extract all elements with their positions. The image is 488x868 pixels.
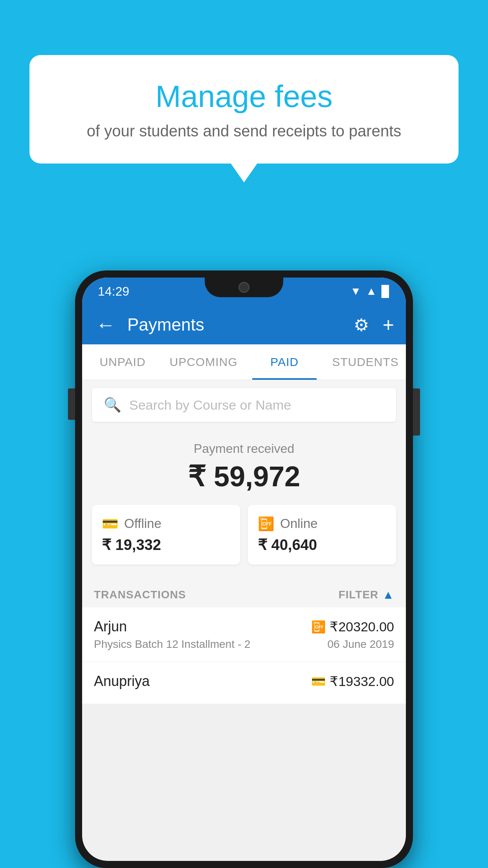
student-name-1: Arjun [94, 618, 127, 635]
transactions-label: TRANSACTIONS [94, 588, 186, 601]
search-icon: 🔍 [104, 397, 121, 413]
battery-icon: ▉ [382, 285, 390, 298]
notch-camera [238, 282, 250, 293]
app-title: Payments [127, 315, 344, 335]
tab-unpaid[interactable]: UNPAID [82, 344, 163, 380]
payment-total: ₹ 59,972 [92, 460, 396, 493]
add-button[interactable]: + [383, 313, 394, 336]
payment-label: Payment received [92, 441, 396, 456]
transaction-amount-2: 💳 ₹19332.00 [311, 673, 394, 689]
filter-icon: ▲ [382, 588, 394, 601]
transaction-bottom-1: Physics Batch 12 Installment - 2 06 June… [94, 638, 394, 651]
online-card: 📴 Online ₹ 40,640 [248, 505, 396, 565]
filter-container[interactable]: FILTER ▲ [338, 588, 394, 601]
bubble-subtitle: of your students and send receipts to pa… [57, 122, 431, 140]
app-bar: ← Payments ⚙ + [82, 305, 406, 344]
payment-cards: 💳 Offline ₹ 19,332 📴 Online ₹ 40,640 [92, 505, 396, 565]
search-box[interactable]: 🔍 Search by Course or Name [92, 388, 396, 422]
bubble-title: Manage fees [57, 79, 431, 114]
offline-card-top: 💳 Offline [102, 516, 230, 531]
transactions-header: TRANSACTIONS FILTER ▲ [82, 578, 406, 607]
course-info-1: Physics Batch 12 Installment - 2 [94, 638, 250, 651]
payment-summary: Payment received ₹ 59,972 💳 Offline ₹ 19… [82, 430, 406, 578]
online-type: Online [280, 516, 317, 531]
transaction-amount-1: 📴 ₹20320.00 [311, 619, 394, 634]
status-icons: ▼ ▲ ▉ [350, 285, 390, 298]
settings-icon[interactable]: ⚙ [354, 315, 369, 335]
phone-outer: 14:29 ▼ ▲ ▉ ← Payments ⚙ + UNPAID UPCOMI… [75, 270, 413, 868]
date-info-1: 06 June 2019 [327, 638, 394, 651]
speech-bubble: Manage fees of your students and send re… [29, 55, 459, 164]
payment-type-icon-1: 📴 [311, 620, 326, 634]
online-amount: ₹ 40,640 [258, 536, 386, 554]
signal-icon: ▲ [366, 285, 377, 298]
transaction-row-2[interactable]: Anupriya 💳 ₹19332.00 [82, 662, 406, 704]
phone-wrapper: 14:29 ▼ ▲ ▉ ← Payments ⚙ + UNPAID UPCOMI… [75, 270, 413, 868]
speech-bubble-container: Manage fees of your students and send re… [29, 55, 459, 164]
transaction-top-1: Arjun 📴 ₹20320.00 [94, 618, 394, 635]
offline-type: Offline [124, 516, 161, 531]
search-container: 🔍 Search by Course or Name [82, 380, 406, 430]
search-placeholder: Search by Course or Name [129, 397, 291, 413]
tab-upcoming[interactable]: UPCOMING [163, 344, 244, 380]
student-name-2: Anupriya [94, 673, 150, 690]
tab-students[interactable]: STUDENTS [325, 344, 406, 380]
offline-amount: ₹ 19,332 [102, 536, 230, 554]
filter-label: FILTER [338, 588, 378, 601]
tab-paid[interactable]: PAID [244, 344, 325, 380]
offline-icon: 💳 [102, 516, 118, 531]
wifi-icon: ▼ [350, 285, 361, 298]
offline-card: 💳 Offline ₹ 19,332 [92, 505, 240, 565]
back-button[interactable]: ← [94, 311, 117, 338]
notch [205, 278, 283, 297]
online-card-top: 📴 Online [258, 516, 386, 531]
phone-inner: 14:29 ▼ ▲ ▉ ← Payments ⚙ + UNPAID UPCOMI… [82, 278, 406, 861]
status-time: 14:29 [98, 284, 129, 299]
online-icon: 📴 [258, 516, 274, 531]
transaction-top-2: Anupriya 💳 ₹19332.00 [94, 673, 394, 690]
transaction-row[interactable]: Arjun 📴 ₹20320.00 Physics Batch 12 Insta… [82, 607, 406, 662]
payment-type-icon-2: 💳 [311, 675, 326, 688]
tabs-container: UNPAID UPCOMING PAID STUDENTS [82, 344, 406, 380]
